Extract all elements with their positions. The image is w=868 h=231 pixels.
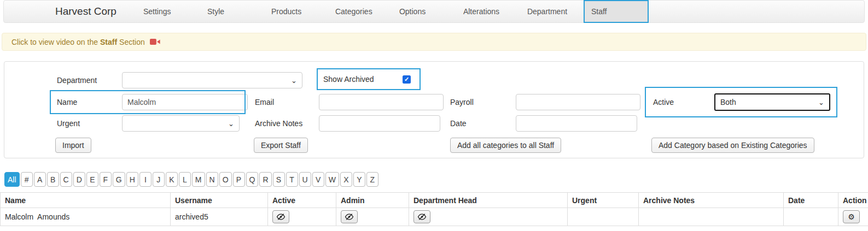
- department-head-toggle-button[interactable]: [413, 210, 430, 223]
- alphabet-button-k[interactable]: K: [166, 172, 178, 187]
- chevron-down-icon: ⌄: [818, 99, 824, 106]
- banner-bold-word: Staff: [100, 38, 117, 46]
- alphabet-button-e[interactable]: E: [86, 172, 98, 187]
- nav-item-options[interactable]: Options: [392, 1, 456, 22]
- cell-action: ⚙: [838, 208, 868, 226]
- cell-active: [268, 208, 336, 226]
- alphabet-button-l[interactable]: L: [179, 172, 191, 187]
- column-header-action: Action: [838, 193, 868, 208]
- date-label: Date: [450, 115, 467, 132]
- show-archived-label: Show Archived: [323, 75, 374, 84]
- alphabet-button-#[interactable]: #: [21, 172, 33, 187]
- column-header-active: Active: [268, 193, 336, 208]
- gear-icon: ⚙: [848, 213, 855, 221]
- nav-item-products[interactable]: Products: [264, 1, 328, 22]
- add-category-existing-button[interactable]: Add Category based on Existing Categorie…: [651, 138, 814, 153]
- column-header-archive-notes: Archive Notes: [639, 193, 784, 208]
- staff-filter-panel: Department ⌄ Show Archived ✓ Name Email …: [4, 61, 864, 158]
- admin-toggle-button[interactable]: [341, 210, 358, 223]
- nav-item-department[interactable]: Department: [520, 1, 584, 22]
- alphabet-button-r[interactable]: R: [259, 172, 271, 187]
- export-staff-button[interactable]: Export Staff: [254, 138, 308, 153]
- video-camera-icon[interactable]: [150, 38, 160, 45]
- banner-text-suffix: Section: [119, 38, 145, 46]
- column-header-admin: Admin: [336, 193, 409, 208]
- date-input[interactable]: [516, 115, 637, 132]
- nav-item-alterations[interactable]: Alterations: [456, 1, 520, 22]
- alphabet-button-b[interactable]: B: [47, 172, 59, 187]
- navbar-menu: SettingsStyleProductsCategoriesOptionsAl…: [136, 1, 648, 22]
- column-header-department-head: Department Head: [409, 193, 568, 208]
- nav-item-style[interactable]: Style: [200, 1, 264, 22]
- email-input[interactable]: [319, 94, 444, 110]
- table-header-row: NameUsernameActiveAdminDepartment HeadUr…: [1, 193, 868, 208]
- eye-slash-icon: [345, 213, 354, 221]
- chevron-down-icon: ⌄: [228, 120, 234, 127]
- alphabet-button-v[interactable]: V: [312, 172, 324, 187]
- name-input[interactable]: [122, 94, 248, 110]
- archive-notes-label: Archive Notes: [255, 115, 302, 132]
- cell-date: [784, 208, 838, 226]
- alphabet-button-x[interactable]: X: [340, 172, 352, 187]
- alphabet-button-f[interactable]: F: [100, 172, 112, 187]
- column-header-username: Username: [171, 193, 268, 208]
- banner-text-prefix: Click to view video on the: [11, 38, 98, 46]
- alphabet-button-d[interactable]: D: [73, 172, 85, 187]
- active-select[interactable]: Both ⌄: [714, 93, 830, 111]
- alphabet-button-h[interactable]: H: [126, 172, 138, 187]
- alphabet-button-u[interactable]: U: [299, 172, 311, 187]
- alphabet-button-z[interactable]: Z: [366, 172, 378, 187]
- alphabet-button-t[interactable]: T: [286, 172, 298, 187]
- top-navbar: Harvest Corp SettingsStyleProductsCatego…: [3, 0, 865, 23]
- video-help-banner[interactable]: Click to view video on the Staff Section: [2, 33, 866, 51]
- alphabet-button-s[interactable]: S: [273, 172, 285, 187]
- alphabet-button-m[interactable]: M: [192, 172, 205, 187]
- alphabet-button-c[interactable]: C: [60, 172, 72, 187]
- alphabet-button-j[interactable]: J: [153, 172, 165, 187]
- brand-title: Harvest Corp: [55, 5, 116, 17]
- alphabet-pagination: All#ABCDEFGHIJKLMNOPQRSTUVWXYZ: [4, 172, 378, 187]
- row-settings-button[interactable]: ⚙: [843, 210, 860, 223]
- cell-urgent: [568, 208, 639, 226]
- alphabet-button-g[interactable]: G: [113, 172, 125, 187]
- cell-archive-notes: [639, 208, 784, 226]
- name-label: Name: [57, 94, 77, 110]
- eye-slash-icon: [417, 213, 427, 221]
- department-select[interactable]: ⌄: [122, 72, 302, 88]
- email-label: Email: [255, 94, 274, 110]
- import-button[interactable]: Import: [55, 138, 91, 153]
- alphabet-button-p[interactable]: P: [233, 172, 245, 187]
- urgent-label: Urgent: [57, 115, 80, 132]
- active-label: Active: [653, 94, 674, 110]
- nav-item-settings[interactable]: Settings: [136, 1, 200, 22]
- alphabet-button-q[interactable]: Q: [246, 172, 259, 187]
- chevron-down-icon: ⌄: [291, 77, 297, 84]
- alphabet-button-i[interactable]: I: [139, 172, 152, 187]
- column-header-name: Name: [1, 193, 171, 208]
- archive-notes-input[interactable]: [319, 115, 440, 132]
- nav-item-categories[interactable]: Categories: [328, 1, 392, 22]
- alphabet-button-y[interactable]: Y: [353, 172, 365, 187]
- payroll-input[interactable]: [516, 94, 640, 110]
- department-label: Department: [57, 72, 97, 88]
- cell-department-head: [409, 208, 568, 226]
- staff-table: NameUsernameActiveAdminDepartment HeadUr…: [0, 192, 868, 226]
- show-archived-checkbox[interactable]: ✓: [403, 75, 411, 84]
- cell-admin: [336, 208, 409, 226]
- urgent-select[interactable]: ⌄: [122, 115, 240, 132]
- table-row: Malcolm Amounds archived5: [1, 208, 868, 226]
- nav-item-staff[interactable]: Staff: [584, 1, 648, 22]
- column-header-urgent: Urgent: [568, 193, 639, 208]
- eye-slash-icon: [276, 213, 286, 221]
- alphabet-button-w[interactable]: W: [325, 172, 339, 187]
- active-select-value: Both: [720, 98, 736, 106]
- payroll-label: Payroll: [450, 94, 474, 110]
- column-header-date: Date: [784, 193, 838, 208]
- active-toggle-button[interactable]: [272, 210, 289, 223]
- add-all-categories-button[interactable]: Add all categories to all Staff: [450, 138, 561, 153]
- alphabet-button-n[interactable]: N: [206, 172, 218, 187]
- alphabet-button-a[interactable]: A: [34, 172, 46, 187]
- alphabet-button-o[interactable]: O: [219, 172, 232, 187]
- alphabet-button-all[interactable]: All: [4, 172, 20, 187]
- show-archived-highlight-box: Show Archived ✓: [317, 68, 421, 90]
